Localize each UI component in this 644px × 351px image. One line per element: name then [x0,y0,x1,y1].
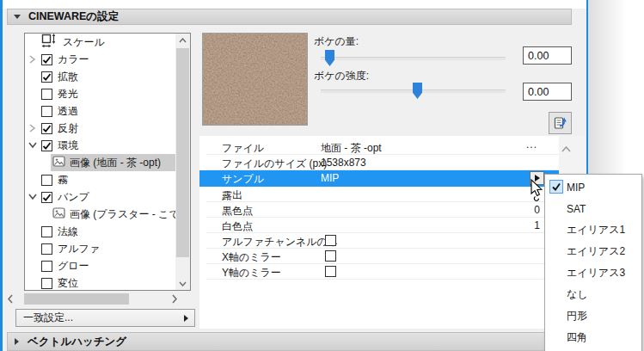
tree-item-label: カラー [58,52,89,67]
menu-item-mip[interactable]: MIP [545,176,641,198]
checkbox-unchecked[interactable] [325,235,336,246]
tree-item-fog[interactable]: 霧 [25,171,175,188]
tree-item-luminance[interactable]: 発光 [25,85,175,102]
menu-item-square[interactable]: 四角 [545,327,641,348]
tree-item-scale[interactable]: スケール [25,34,175,51]
blur-amount-label: ボケの量: [314,34,359,49]
menu-item-alias2[interactable]: エイリアス2 [545,241,641,262]
menu-item-circle[interactable]: 円形 [545,305,641,327]
property-value: 1 [534,219,540,231]
cineware-settings-panel: CINEWAREの設定 スケール [0,0,644,351]
menu-item-sat[interactable]: SAT [545,198,641,219]
expander-collapsed-icon[interactable] [27,53,39,65]
tree-item-label: 画像 (プラスター - こて仕上げ [70,207,175,222]
tree-item-label: 画像 (地面 - 茶 -opt) [70,156,161,170]
section-title: ベクトルハッチング [28,335,126,349]
menu-item-label: エイリアス3 [567,266,625,280]
section-title: CINEWAREの設定 [28,9,119,24]
property-row-file-size[interactable]: ファイルのサイズ (px) 1538x873 [199,155,559,170]
checkbox-checked[interactable] [41,140,52,151]
checkbox-checked[interactable] [41,71,52,83]
menu-item-alias1[interactable]: エイリアス1 [545,219,641,241]
tree-item-bump-image[interactable]: 画像 (プラスター - こて仕上げ [25,206,175,223]
menu-item-none[interactable]: なし [545,284,641,305]
property-label: サンプル [222,172,264,187]
blur-amount-slider-track[interactable] [321,57,506,60]
collapsed-triangle-icon [15,338,19,345]
sample-dropdown-menu: MIP SAT エイリアス1 エイリアス2 エイリアス3 なし 円形 四角 [544,174,642,351]
blur-strength-input[interactable] [523,83,572,101]
property-row-black-point[interactable]: 黒色点 0 [199,202,559,218]
scroll-right-icon[interactable] [171,293,178,307]
checkbox-unchecked[interactable] [325,250,336,262]
texture-preview[interactable] [202,33,308,126]
tree-item-label: グロー [58,259,89,274]
tree-item-diffuse[interactable]: 拡散 [25,68,175,85]
menu-item-label: 円形 [567,309,587,323]
match-settings-button[interactable]: 一致設定... [15,309,195,327]
property-row-sample[interactable]: サンプル MIP [199,170,559,187]
mouse-cursor [530,179,545,204]
tree-item-glow[interactable]: グロー [25,257,175,274]
tree-item-reflection[interactable]: 反射 [25,120,175,137]
property-value: 1538x873 [321,157,366,169]
checkbox-unchecked[interactable] [41,226,52,237]
property-row-alpha-channel-only[interactable]: アルファチャンネルのみ [199,233,559,249]
transfer-settings-icon [553,115,568,131]
checkbox-unchecked[interactable] [41,243,52,255]
channel-tree: スケール カラー 拡散 発光 [24,33,191,291]
property-row-x-mirror[interactable]: X軸のミラー [199,249,559,264]
tree-item-label: 透過 [58,104,78,119]
checkbox-unchecked[interactable] [41,175,52,186]
checkbox-unchecked[interactable] [41,261,52,272]
scroll-up-icon[interactable] [175,34,190,46]
browse-button[interactable]: ... [526,139,537,151]
scroll-down-icon[interactable] [175,277,190,290]
scale-icon [41,34,57,51]
property-row-white-point[interactable]: 白色点 1 [199,218,559,233]
checkbox-unchecked[interactable] [41,106,52,117]
blur-amount-input[interactable] [523,46,572,65]
tree-item-alpha[interactable]: アルファ [25,240,175,257]
tree-item-bump[interactable]: バンプ [25,188,175,206]
checkbox-checked[interactable] [41,123,52,134]
property-row-file[interactable]: ファイル 地面 - 茶 -opt ... [199,139,559,155]
tree-item-environment[interactable]: 環境 [25,137,175,154]
match-settings-label: 一致設定... [23,311,73,325]
scroll-left-icon[interactable] [7,293,14,307]
section-header-vector-hatching[interactable]: ベクトルハッチング [7,332,578,351]
tree-scrollbar-thumb[interactable] [176,48,189,257]
transfer-settings-button[interactable] [549,112,572,134]
tree-vertical-scrollbar[interactable] [175,34,190,290]
menu-item-alias3[interactable]: エイリアス3 [545,262,641,284]
flyout-arrow-icon [184,315,188,322]
menu-item-label: SAT [567,203,586,215]
checkbox-checked[interactable] [41,192,52,203]
collapse-triangle-icon [14,15,21,19]
tree-item-label: スケール [63,35,105,50]
tree-item-label: 拡散 [58,70,78,84]
checkbox-checked[interactable] [41,54,52,65]
scroll-up-icon[interactable] [561,143,571,155]
menu-item-label: なし [567,287,588,302]
property-value: MIP [321,172,339,184]
tree-item-displacement[interactable]: 変位 [25,274,175,290]
tree-hscrollbar-thumb[interactable] [24,293,129,305]
expander-expanded-icon[interactable] [27,139,39,151]
section-header-cineware[interactable]: CINEWAREの設定 [7,9,572,25]
property-row-y-mirror[interactable]: Y軸のミラー [199,264,559,280]
tree-item-label: 霧 [58,173,68,188]
checkbox-unchecked[interactable] [41,89,52,100]
expander-collapsed-icon[interactable] [27,122,39,134]
expander-expanded-icon[interactable] [27,191,39,203]
checkbox-unchecked[interactable] [41,278,52,289]
tree-item-color[interactable]: カラー [25,51,175,68]
tree-item-environment-image[interactable]: 画像 (地面 - 茶 -opt) [25,154,175,171]
tree-item-transparency[interactable]: 透過 [25,102,175,120]
property-row-exposure[interactable]: 露出 [199,187,559,202]
tree-item-normal[interactable]: 法線 [25,223,175,240]
channel-tree-list: スケール カラー 拡散 発光 [25,34,175,290]
checkbox-unchecked[interactable] [325,266,336,277]
tree-horizontal-scrollbar[interactable] [7,293,178,305]
menu-item-label: エイリアス1 [567,223,625,237]
